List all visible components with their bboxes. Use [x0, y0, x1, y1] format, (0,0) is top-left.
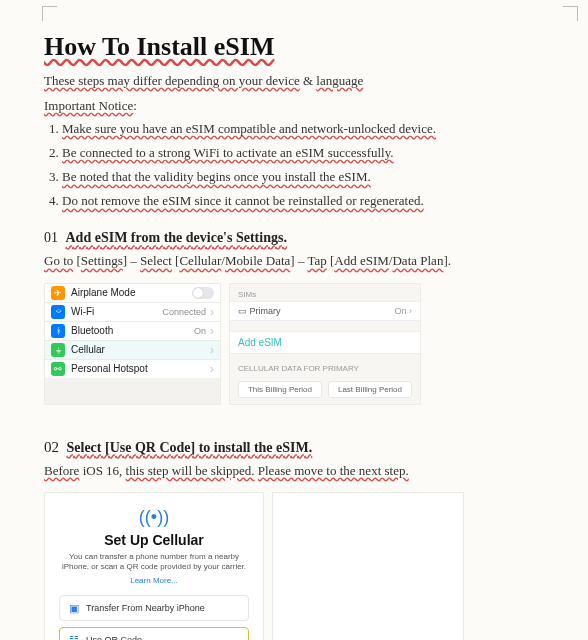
airplane-toggle	[192, 287, 214, 299]
step1-figure: ✈ Airplane Mode ⌔ Wi-Fi Connected ᚼ Blue…	[44, 283, 544, 405]
billing-tab-last: Last Billing Period	[328, 381, 412, 398]
note-item: Make sure you have an eSIM compatible an…	[62, 121, 436, 136]
wifi-icon: ⌔	[51, 305, 65, 319]
notice-list: Make sure you have an eSIM compatible an…	[44, 118, 544, 212]
page-title: How To Install eSIM	[44, 32, 544, 62]
settings-row-cellular: ⏚ Cellular	[45, 341, 220, 360]
billing-tab-this: This Billing Period	[238, 381, 322, 398]
settings-list: ✈ Airplane Mode ⌔ Wi-Fi Connected ᚼ Blue…	[44, 283, 221, 405]
sim-primary-row: ▭ Primary On ›	[230, 301, 420, 321]
step2-heading: 02 Select [Use QR Code] to install the e…	[44, 439, 544, 456]
step2-description: Before iOS 16, this step will be skipped…	[44, 460, 544, 482]
note-item: Do not remove the eSIM since it cannot b…	[62, 193, 424, 208]
airplane-icon: ✈	[51, 286, 65, 300]
sim-panel: SIMs ▭ Primary On › Add eSIM CELLULAR DA…	[229, 283, 421, 405]
step1-description: Go to [Settings] – Select [Cellular/Mobi…	[44, 250, 544, 272]
chevron-icon	[210, 324, 214, 338]
chevron-icon	[210, 362, 214, 376]
chevron-icon	[210, 305, 214, 319]
transfer-option: ▣ Transfer From Nearby iPhone	[59, 595, 249, 621]
phone-icon: ▣	[68, 602, 80, 614]
setup-cellular-card: ((•)) Set Up Cellular You can transfer a…	[44, 492, 264, 640]
learn-more-link: Learn More...	[59, 576, 249, 585]
settings-row-bluetooth: ᚼ Bluetooth On	[45, 322, 220, 341]
chevron-icon	[210, 343, 214, 357]
settings-row-airplane: ✈ Airplane Mode	[45, 284, 220, 303]
qr-option: ䷁ Use QR Code	[59, 627, 249, 640]
settings-row-hotspot: ⚯ Personal Hotspot	[45, 360, 220, 378]
step1-heading: 01 Add eSIM from the device's Settings.	[44, 230, 544, 246]
note-item: Be connected to a strong WiFi to activat…	[62, 145, 394, 160]
important-notice: Important Notice:	[44, 98, 544, 114]
bluetooth-icon: ᚼ	[51, 324, 65, 338]
intro-text: These steps may differ depending on your…	[44, 70, 544, 92]
hotspot-icon: ⚯	[51, 362, 65, 376]
add-esim-row: Add eSIM	[230, 331, 420, 354]
step2-figure: ((•)) Set Up Cellular You can transfer a…	[44, 492, 544, 640]
empty-panel	[272, 492, 464, 640]
note-item: Be noted that the validity begins once y…	[62, 169, 371, 184]
qr-icon: ䷁	[68, 634, 80, 640]
antenna-icon: ((•))	[59, 507, 249, 528]
cellular-icon: ⏚	[51, 343, 65, 357]
settings-row-wifi: ⌔ Wi-Fi Connected	[45, 303, 220, 322]
